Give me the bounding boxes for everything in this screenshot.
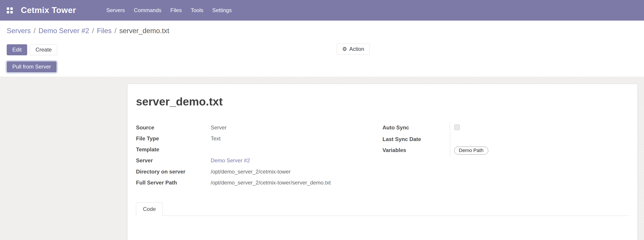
menu-commands[interactable]: Commands [130, 0, 166, 21]
pull-from-server-button[interactable]: Pull from Server [7, 61, 56, 72]
tab-code-content [136, 216, 629, 240]
breadcrumb-demo-server[interactable]: Demo Server #2 [38, 27, 89, 35]
main-menu: Servers Commands Files Tools Settings [102, 0, 236, 21]
apps-grid-icon[interactable] [7, 7, 13, 13]
form-sheet: server_demo.txt Source Server File Type … [127, 84, 638, 240]
field-label-directory: Directory on server [136, 166, 207, 177]
menu-files[interactable]: Files [166, 0, 186, 21]
action-dropdown-button[interactable]: ⚙ Action [336, 44, 370, 55]
notebook: Code [136, 202, 629, 240]
field-value-last-sync [450, 134, 629, 145]
field-label-file-type: File Type [136, 133, 207, 144]
control-panel: Servers / Demo Server #2 / Files / serve… [0, 21, 644, 77]
right-field-group: Auto Sync Last Sync Date Variables Demo … [382, 122, 629, 156]
menu-settings[interactable]: Settings [208, 0, 236, 21]
top-navbar: Cetmix Tower Servers Commands Files Tool… [0, 0, 644, 21]
record-title: server_demo.txt [136, 95, 629, 108]
field-value-directory: /opt/demo_server_2/cetmix-tower [207, 166, 382, 177]
field-value-template [207, 144, 382, 155]
form-view-background: server_demo.txt Source Server File Type … [0, 77, 644, 240]
field-value-file-type: Text [207, 133, 382, 144]
edit-button[interactable]: Edit [7, 44, 27, 55]
breadcrumb-current-file: server_demo.txt [120, 27, 169, 35]
apps-grid-square [7, 7, 9, 10]
buttons-row: Edit Create ⚙ Action [0, 41, 644, 59]
header-actions-row: Pull from Server [0, 59, 644, 77]
field-label-last-sync: Last Sync Date [382, 134, 450, 145]
breadcrumb-row: Servers / Demo Server #2 / Files / serve… [0, 21, 644, 41]
field-label-full-path: Full Server Path [136, 177, 207, 188]
server-link[interactable]: Demo Server #2 [211, 157, 250, 163]
breadcrumb-separator: / [92, 27, 94, 35]
apps-grid-square [10, 7, 13, 10]
tab-code[interactable]: Code [136, 202, 163, 216]
auto-sync-checkbox[interactable] [454, 124, 460, 130]
field-value-variables: Demo Path [450, 145, 629, 156]
create-button[interactable]: Create [30, 44, 57, 55]
field-value-server: Demo Server #2 [207, 155, 382, 166]
apps-grid-square [7, 11, 9, 13]
app-brand[interactable]: Cetmix Tower [21, 5, 76, 15]
breadcrumb-files[interactable]: Files [97, 27, 112, 35]
breadcrumb-separator: / [114, 27, 116, 35]
action-label: Action [350, 46, 364, 52]
field-value-source: Server [207, 122, 382, 133]
gear-icon: ⚙ [342, 46, 347, 52]
left-field-group: Source Server File Type Text Template Se… [136, 122, 382, 188]
field-value-auto-sync [450, 122, 629, 134]
variable-tag-demo-path[interactable]: Demo Path [454, 147, 488, 154]
field-groups: Source Server File Type Text Template Se… [136, 122, 629, 188]
field-value-full-path: /opt/demo_server_2/cetmix-tower/server_d… [207, 177, 382, 188]
field-label-source: Source [136, 122, 207, 133]
field-label-server: Server [136, 155, 207, 166]
apps-grid-square [10, 11, 13, 13]
field-label-template: Template [136, 144, 207, 155]
breadcrumb-separator: / [34, 27, 36, 35]
tab-list: Code [136, 202, 629, 216]
breadcrumb: Servers / Demo Server #2 / Files / serve… [7, 27, 169, 35]
breadcrumb-servers[interactable]: Servers [7, 27, 31, 35]
menu-tools[interactable]: Tools [186, 0, 208, 21]
field-label-auto-sync: Auto Sync [382, 122, 450, 134]
menu-servers[interactable]: Servers [102, 0, 130, 21]
field-label-variables: Variables [382, 145, 450, 156]
